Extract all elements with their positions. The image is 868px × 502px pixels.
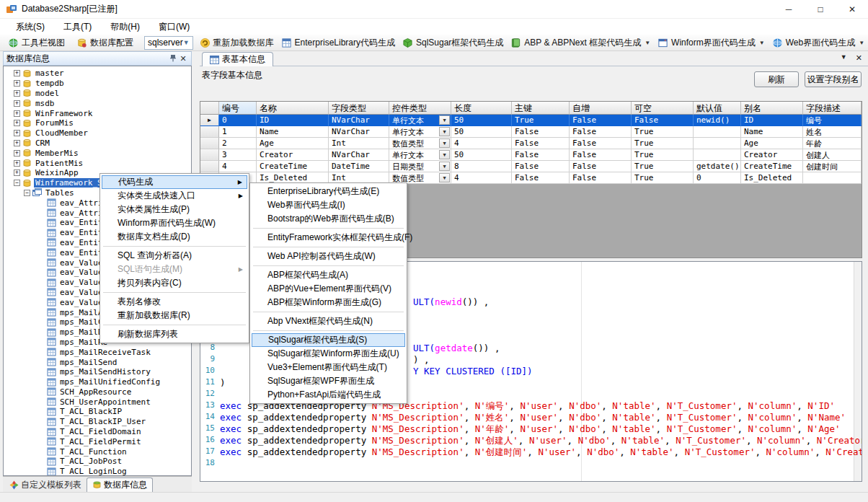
grid-cell[interactable]: 4 [451,138,512,149]
grid-cell[interactable] [694,126,741,138]
grid-cell[interactable]: False [570,138,632,149]
grid-row-selector[interactable] [200,126,219,138]
context-menu-item[interactable]: 重新加载数据库(R) [102,309,247,322]
grid-cell[interactable]: 4 [451,172,512,184]
tab-list-dropdown-icon[interactable]: ▼ [841,53,847,63]
tree-node-database[interactable]: +model [4,89,191,99]
grid-cell[interactable]: 单行文本▼ [389,126,451,138]
grid-column-header[interactable]: 默认值 [694,102,741,115]
menubar-item[interactable]: 工具(T) [55,19,100,35]
toolbar-winform-button[interactable]: Winform界面代码生成 ▼ [654,35,769,50]
grid-cell[interactable]: False [512,161,570,172]
minimize-button[interactable]: ─ [773,0,805,19]
expand-icon[interactable]: + [14,100,20,107]
menubar-item[interactable]: 系统(S) [7,19,53,35]
tree-node-database[interactable]: +master [4,69,191,79]
grid-row-selector[interactable]: ▶ [200,115,219,126]
submenu-item[interactable]: Web界面代码生成(I) [252,198,405,212]
grid-cell[interactable]: Age [741,138,803,149]
menubar-item[interactable]: 帮助(H) [102,19,149,35]
grid-cell[interactable]: 0 [694,172,741,184]
submenu-item[interactable]: Bootstrap的Web界面代码生成(B) [252,212,405,226]
grid-cell[interactable]: False [570,115,632,126]
grid-cell[interactable]: 数值类型▼ [389,138,451,149]
submenu-item[interactable]: ABP框架代码生成(A) [252,268,405,282]
grid-cell[interactable] [694,138,741,149]
submenu-item[interactable]: SqlSugar框架WPF界面生成 [252,374,405,388]
expand-icon[interactable]: + [14,70,20,76]
grid-cell[interactable]: 50 [451,149,512,161]
pin-icon[interactable] [168,54,178,63]
grid-cell[interactable]: 编号 [803,115,862,126]
grid-column-header[interactable]: 编号 [219,102,257,115]
grid-row[interactable]: 3CreatorNVarChar单行文本▼50FalseFalseTrueCre… [200,149,862,161]
editor-line[interactable]: 18 [200,458,862,470]
grid-column-header[interactable]: 长度 [451,102,512,115]
tree-node-database[interactable]: +PatientMis [4,158,191,168]
tree-node-table[interactable]: SCH_UserAppointment [4,397,191,407]
grid-cell[interactable]: Name [257,126,329,138]
grid-cell[interactable] [803,172,862,184]
control-type-dropdown-icon[interactable]: ▼ [439,115,450,125]
tree-node-table[interactable]: T_ACL_JobPost [4,457,191,467]
grid-cell[interactable]: NVarChar [329,149,389,161]
document-close-icon[interactable]: ✕ [856,53,862,63]
toolbar-dbconfig-button[interactable]: 数据库配置 [73,35,137,50]
dock-tab-custom-templates[interactable]: 自定义模板列表 [4,477,87,492]
grid-cell[interactable]: 0 [219,115,257,126]
expand-icon[interactable]: + [14,120,20,126]
grid-cell[interactable]: False [570,149,632,161]
grid-cell[interactable] [694,149,741,161]
grid-cell[interactable]: 日期类型▼ [389,161,451,172]
grid-cell[interactable]: 2 [219,138,257,149]
toolbar-web-button[interactable]: Web界面代码生成 ▼ [769,35,868,50]
tree-node-table[interactable]: T_ACL_BlackIP_User [4,417,191,427]
grid-column-header[interactable]: 可空 [632,102,694,115]
grid-cell[interactable]: 4 [219,161,257,172]
grid-column-header[interactable]: 别名 [741,102,803,115]
submenu-item[interactable]: Web API控制器代码生成(W) [252,250,405,263]
context-menu-item[interactable]: Winform界面代码生成(W) [102,216,247,230]
refresh-button[interactable]: 刷新 [754,71,799,87]
grid-cell[interactable]: True [632,149,694,161]
control-type-dropdown-icon[interactable]: ▼ [439,138,450,148]
grid-cell[interactable]: 50 [451,126,512,138]
grid-cell[interactable]: 单行文本▼ [389,115,451,126]
tab-table-basic-info[interactable]: 表基本信息 [202,52,273,66]
close-button[interactable]: ✕ [836,0,868,19]
tree-node-table[interactable]: T_ACL_BlackIP [4,407,191,417]
grid-cell[interactable]: getdate() [694,161,741,172]
grid-cell[interactable]: False [570,161,632,172]
grid-cell[interactable]: Creator [741,149,803,161]
grid-cell[interactable]: newid() [694,115,741,126]
grid-cell[interactable]: False [512,172,570,184]
toolbar-sqlsugar-button[interactable]: SqlSugar框架代码生成 [399,35,507,50]
grid-cell[interactable]: True [512,115,570,126]
expand-icon[interactable]: + [14,90,20,97]
expand-icon[interactable]: + [14,130,20,136]
submenu-item[interactable]: ABP的Vue+Element界面代码(V) [252,282,405,296]
grid-row[interactable]: 1NameNVarChar单行文本▼50FalseFalseTrueName姓名 [200,126,862,138]
context-menu-item[interactable]: 代码生成▶ [102,175,247,189]
context-menu-item[interactable]: 表别名修改 [102,295,247,309]
grid-cell[interactable]: True [632,126,694,138]
submenu-item[interactable]: Vue3+Element界面代码生成(T) [252,361,405,374]
grid-cell[interactable]: False [632,115,694,126]
grid-row[interactable]: 2AgeInt数值类型▼4FalseFalseTrueAge年龄 [200,138,862,149]
grid-cell[interactable]: 3 [219,149,257,161]
tree-node-table[interactable]: T_ACL_LoginLog [4,467,191,476]
grid-cell[interactable]: ID [741,115,803,126]
grid-row[interactable]: ▶0IDNVarChar单行文本▼50TrueFalseFalsenewid()… [200,115,862,126]
submenu-item[interactable]: ABP框架Winform界面生成(G) [252,296,405,309]
grid-cell[interactable]: False [570,172,632,184]
control-type-dropdown-icon[interactable]: ▼ [439,127,450,136]
maximize-button[interactable]: □ [805,0,836,19]
tree-node-database[interactable]: +tempdb [4,79,191,89]
grid-cell[interactable]: True [632,138,694,149]
grid-cell[interactable]: 年龄 [803,138,862,149]
submenu-item[interactable]: SqlSugar框架Winform界面生成(U) [252,347,405,361]
grid-cell[interactable]: False [570,126,632,138]
grid-column-header[interactable]: 名称 [257,102,329,115]
grid-cell[interactable]: 创建人 [803,149,862,161]
grid-cell[interactable]: False [512,149,570,161]
